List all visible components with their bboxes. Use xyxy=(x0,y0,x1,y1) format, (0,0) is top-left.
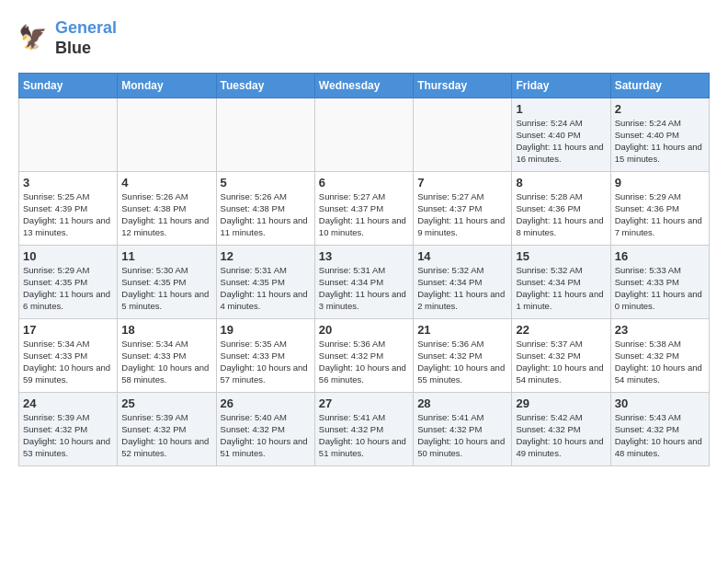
calendar-cell: 27Sunrise: 5:41 AM Sunset: 4:32 PM Dayli… xyxy=(314,393,413,466)
day-number: 6 xyxy=(319,176,409,190)
calendar-cell: 29Sunrise: 5:42 AM Sunset: 4:32 PM Dayli… xyxy=(512,393,610,466)
calendar-cell: 5Sunrise: 5:26 AM Sunset: 4:38 PM Daylig… xyxy=(216,172,314,246)
day-details: Sunrise: 5:24 AM Sunset: 4:40 PM Dayligh… xyxy=(615,118,705,165)
day-details: Sunrise: 5:36 AM Sunset: 4:32 PM Dayligh… xyxy=(417,339,507,385)
weekday-header-sunday: Sunday xyxy=(19,74,118,98)
day-details: Sunrise: 5:34 AM Sunset: 4:33 PM Dayligh… xyxy=(23,339,113,385)
logo-text: GeneralBlue xyxy=(55,18,117,58)
day-details: Sunrise: 5:38 AM Sunset: 4:32 PM Dayligh… xyxy=(615,339,705,385)
day-details: Sunrise: 5:30 AM Sunset: 4:35 PM Dayligh… xyxy=(121,265,211,312)
day-details: Sunrise: 5:27 AM Sunset: 4:37 PM Dayligh… xyxy=(417,191,507,238)
day-number: 8 xyxy=(516,176,606,190)
day-details: Sunrise: 5:29 AM Sunset: 4:35 PM Dayligh… xyxy=(23,265,113,312)
day-number: 24 xyxy=(23,396,113,410)
day-number: 27 xyxy=(319,396,409,410)
calendar-cell: 20Sunrise: 5:36 AM Sunset: 4:32 PM Dayli… xyxy=(314,319,413,393)
day-details: Sunrise: 5:40 AM Sunset: 4:32 PM Dayligh… xyxy=(221,412,311,459)
day-number: 30 xyxy=(615,396,705,410)
logo-icon: 🦅 xyxy=(18,22,51,55)
svg-text:🦅: 🦅 xyxy=(18,23,48,52)
calendar-cell: 16Sunrise: 5:33 AM Sunset: 4:33 PM Dayli… xyxy=(610,246,709,319)
day-number: 28 xyxy=(417,396,507,410)
calendar-cell xyxy=(216,98,314,172)
calendar-cell: 15Sunrise: 5:32 AM Sunset: 4:34 PM Dayli… xyxy=(512,246,610,319)
weekday-header-wednesday: Wednesday xyxy=(314,74,413,98)
day-number: 16 xyxy=(615,249,705,263)
day-details: Sunrise: 5:39 AM Sunset: 4:32 PM Dayligh… xyxy=(121,412,211,459)
day-details: Sunrise: 5:31 AM Sunset: 4:34 PM Dayligh… xyxy=(319,265,409,312)
day-details: Sunrise: 5:27 AM Sunset: 4:37 PM Dayligh… xyxy=(319,191,409,238)
weekday-header-monday: Monday xyxy=(118,74,216,98)
day-number: 29 xyxy=(516,396,606,410)
day-number: 23 xyxy=(615,323,705,337)
day-details: Sunrise: 5:36 AM Sunset: 4:32 PM Dayligh… xyxy=(319,339,409,385)
day-number: 22 xyxy=(516,323,606,337)
calendar-cell xyxy=(414,98,512,172)
calendar-cell: 28Sunrise: 5:41 AM Sunset: 4:32 PM Dayli… xyxy=(414,393,512,466)
day-details: Sunrise: 5:26 AM Sunset: 4:38 PM Dayligh… xyxy=(121,191,211,238)
weekday-header-saturday: Saturday xyxy=(610,74,709,98)
calendar-cell: 9Sunrise: 5:29 AM Sunset: 4:36 PM Daylig… xyxy=(610,172,709,246)
day-details: Sunrise: 5:31 AM Sunset: 4:35 PM Dayligh… xyxy=(221,265,311,312)
day-number: 9 xyxy=(615,176,705,190)
day-number: 1 xyxy=(516,102,606,116)
day-number: 21 xyxy=(417,323,507,337)
day-number: 14 xyxy=(417,249,507,263)
day-details: Sunrise: 5:41 AM Sunset: 4:32 PM Dayligh… xyxy=(417,412,507,459)
day-details: Sunrise: 5:28 AM Sunset: 4:36 PM Dayligh… xyxy=(516,191,606,238)
calendar-cell: 23Sunrise: 5:38 AM Sunset: 4:32 PM Dayli… xyxy=(610,319,709,393)
day-number: 26 xyxy=(221,396,311,410)
calendar-cell: 7Sunrise: 5:27 AM Sunset: 4:37 PM Daylig… xyxy=(414,172,512,246)
calendar-cell: 11Sunrise: 5:30 AM Sunset: 4:35 PM Dayli… xyxy=(118,246,216,319)
calendar-cell: 6Sunrise: 5:27 AM Sunset: 4:37 PM Daylig… xyxy=(314,172,413,246)
calendar-cell: 3Sunrise: 5:25 AM Sunset: 4:39 PM Daylig… xyxy=(19,172,118,246)
calendar-cell: 21Sunrise: 5:36 AM Sunset: 4:32 PM Dayli… xyxy=(414,319,512,393)
weekday-header-friday: Friday xyxy=(512,74,610,98)
day-details: Sunrise: 5:24 AM Sunset: 4:40 PM Dayligh… xyxy=(516,118,606,165)
calendar-cell: 24Sunrise: 5:39 AM Sunset: 4:32 PM Dayli… xyxy=(19,393,118,466)
calendar-cell: 13Sunrise: 5:31 AM Sunset: 4:34 PM Dayli… xyxy=(314,246,413,319)
day-details: Sunrise: 5:37 AM Sunset: 4:32 PM Dayligh… xyxy=(516,339,606,385)
day-number: 11 xyxy=(121,249,211,263)
day-number: 7 xyxy=(417,176,507,190)
day-number: 18 xyxy=(121,323,211,337)
day-number: 25 xyxy=(121,396,211,410)
calendar-cell xyxy=(118,98,216,172)
calendar-cell: 30Sunrise: 5:43 AM Sunset: 4:32 PM Dayli… xyxy=(610,393,709,466)
day-details: Sunrise: 5:29 AM Sunset: 4:36 PM Dayligh… xyxy=(615,191,705,238)
day-details: Sunrise: 5:32 AM Sunset: 4:34 PM Dayligh… xyxy=(417,265,507,312)
day-details: Sunrise: 5:41 AM Sunset: 4:32 PM Dayligh… xyxy=(319,412,409,459)
calendar-cell: 22Sunrise: 5:37 AM Sunset: 4:32 PM Dayli… xyxy=(512,319,610,393)
calendar-cell: 17Sunrise: 5:34 AM Sunset: 4:33 PM Dayli… xyxy=(19,319,118,393)
day-number: 17 xyxy=(23,323,113,337)
page-header: 🦅 GeneralBlue xyxy=(18,18,710,58)
day-number: 5 xyxy=(221,176,311,190)
calendar-table: SundayMondayTuesdayWednesdayThursdayFrid… xyxy=(18,73,710,466)
day-details: Sunrise: 5:43 AM Sunset: 4:32 PM Dayligh… xyxy=(615,412,705,459)
day-number: 10 xyxy=(23,249,113,263)
calendar-cell: 10Sunrise: 5:29 AM Sunset: 4:35 PM Dayli… xyxy=(19,246,118,319)
calendar-cell: 12Sunrise: 5:31 AM Sunset: 4:35 PM Dayli… xyxy=(216,246,314,319)
calendar-cell: 8Sunrise: 5:28 AM Sunset: 4:36 PM Daylig… xyxy=(512,172,610,246)
day-number: 19 xyxy=(221,323,311,337)
weekday-header-thursday: Thursday xyxy=(414,74,512,98)
day-number: 20 xyxy=(319,323,409,337)
day-details: Sunrise: 5:34 AM Sunset: 4:33 PM Dayligh… xyxy=(121,339,211,385)
calendar-cell: 26Sunrise: 5:40 AM Sunset: 4:32 PM Dayli… xyxy=(216,393,314,466)
day-details: Sunrise: 5:32 AM Sunset: 4:34 PM Dayligh… xyxy=(516,265,606,312)
calendar-cell: 19Sunrise: 5:35 AM Sunset: 4:33 PM Dayli… xyxy=(216,319,314,393)
weekday-header-tuesday: Tuesday xyxy=(216,74,314,98)
day-number: 12 xyxy=(221,249,311,263)
day-details: Sunrise: 5:35 AM Sunset: 4:33 PM Dayligh… xyxy=(221,339,311,385)
calendar-cell xyxy=(314,98,413,172)
logo: 🦅 GeneralBlue xyxy=(18,18,117,58)
calendar-cell xyxy=(19,98,118,172)
calendar-cell: 4Sunrise: 5:26 AM Sunset: 4:38 PM Daylig… xyxy=(118,172,216,246)
day-details: Sunrise: 5:42 AM Sunset: 4:32 PM Dayligh… xyxy=(516,412,606,459)
calendar-cell: 25Sunrise: 5:39 AM Sunset: 4:32 PM Dayli… xyxy=(118,393,216,466)
day-number: 2 xyxy=(615,102,705,116)
day-number: 3 xyxy=(23,176,113,190)
day-details: Sunrise: 5:25 AM Sunset: 4:39 PM Dayligh… xyxy=(23,191,113,238)
day-number: 4 xyxy=(121,176,211,190)
day-number: 13 xyxy=(319,249,409,263)
